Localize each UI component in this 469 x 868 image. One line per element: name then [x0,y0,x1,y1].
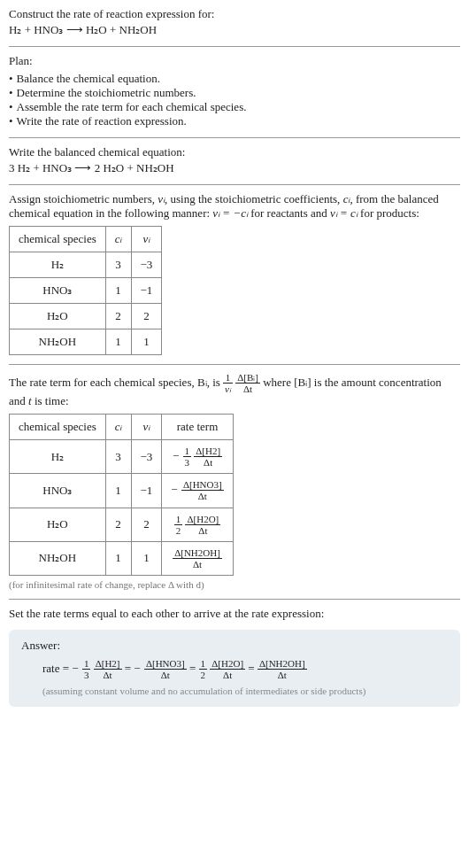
assign-frag: , using the stoichiometric coefficients, [165,192,343,205]
frac-den: Δt [173,559,222,570]
c-cell: 1 [105,329,131,355]
plan-item: •Determine the stoichiometric numbers. [9,86,460,100]
plan-item: •Balance the chemical equation. [9,72,460,86]
sign: − [134,662,140,675]
plan-text: Assemble the rate term for each chemical… [17,100,247,114]
col-header: νᵢ [131,415,162,440]
frac-den: 2 [174,525,183,536]
bi-symbol: Bᵢ [197,376,207,389]
fraction: Δ[H2O]Δt [185,514,220,536]
col-header-text: cᵢ [115,232,122,245]
fraction: 13 [183,446,192,468]
frac-den: Δt [94,670,122,680]
answer-label: Answer: [21,639,448,653]
table-row: H₂O22 [10,304,162,329]
plan-item: •Assemble the rate term for each chemica… [9,100,460,114]
c-cell: 3 [105,440,131,474]
frac-den: Δt [194,457,222,468]
frac-den: Δt [144,670,187,680]
frac-num: 1 [174,514,183,525]
rt-frag: , is [207,376,223,389]
equals: = [189,662,196,675]
eq-arrow: ⟶ [66,23,83,36]
rate-label: rate = [42,662,69,675]
divider [9,364,460,365]
col-header-text: νᵢ [143,420,150,433]
species-cell: NH₂OH [10,541,106,575]
equals: = [248,662,254,675]
assign-frag: for products: [358,206,419,220]
c-cell: 2 [105,304,131,329]
relation: νᵢ = cᵢ [330,206,358,220]
table-footnote: (for infinitesimal rate of change, repla… [9,579,460,590]
bullet-icon: • [9,72,13,86]
relation: νᵢ = −cᵢ [212,206,248,220]
rate-cell: 12 Δ[H2O]Δt [162,508,233,541]
answer-box: Answer: rate = − 13 Δ[H2]Δt = − Δ[HNO3]Δ… [9,630,460,707]
table-row: NH₂OH11 [10,329,162,355]
nu-symbol: νᵢ [158,192,165,205]
plan-heading: Plan: [9,54,460,68]
frac-num: 1 [199,658,208,670]
plan-text: Write the rate of reaction expression. [17,114,187,128]
intro-title: Construct the rate of reaction expressio… [9,7,460,21]
balanced-equation: 3 H₂ + HNO₃ ⟶ 2 H₂O + NH₂OH [9,161,460,175]
rateterm-section: The rate term for each chemical species,… [9,372,460,590]
nu-cell: 2 [131,304,162,329]
balanced-heading: Write the balanced chemical equation: [9,145,460,159]
nu-cell: −3 [131,252,162,278]
frac-den: Δt [181,491,224,501]
intro-section: Construct the rate of reaction expressio… [9,7,460,37]
intro-equation: H₂ + HNO₃ ⟶ H₂O + NH₂OH [9,23,460,37]
fraction: 12 [199,658,208,680]
rt-frag: The rate term for each chemical species, [9,376,197,389]
species-cell: H₂O [10,304,106,329]
sign: − [173,449,179,462]
col-header: chemical species [10,415,106,440]
nu-cell: −1 [131,278,162,304]
plan-item: •Write the rate of reaction expression. [9,114,460,128]
eq-rhs: H₂O + NH₂OH [86,23,157,36]
fraction: Δ[NH2OH]Δt [173,547,222,570]
frac-den: Δt [185,525,220,536]
assign-text: Assign stoichiometric numbers, νᵢ, using… [9,192,460,221]
c-cell: 3 [105,252,131,278]
table-row: HNO₃1−1 [10,278,162,304]
col-header-text: νᵢ [143,232,150,245]
nu-cell: −3 [131,440,162,474]
c-cell: 2 [105,508,131,541]
col-header: cᵢ [105,415,131,440]
final-section: Set the rate terms equal to each other t… [9,607,460,621]
species-cell: H₂ [10,252,106,278]
nu-cell: 1 [131,541,162,575]
plan-text: Determine the stoichiometric numbers. [17,86,196,100]
c-cell: 1 [105,541,131,575]
frac-num: Δ[H2O] [210,658,245,670]
plan-section: Plan: •Balance the chemical equation. •D… [9,54,460,128]
col-header: νᵢ [131,227,162,252]
table-row: H₂O 2 2 12 Δ[H2O]Δt [10,508,234,541]
answer-note: (assuming constant volume and no accumul… [42,686,448,696]
frac-num: Δ[H2O] [185,514,220,525]
bullet-icon: • [9,86,13,100]
equals: = [125,662,131,675]
frac-num: Δ[NH2OH] [258,658,307,670]
assign-section: Assign stoichiometric numbers, νᵢ, using… [9,192,460,355]
answer-expression: rate = − 13 Δ[H2]Δt = − Δ[HNO3]Δt = 12 Δ… [42,658,448,680]
c-cell: 1 [105,474,131,508]
frac-num: Δ[HNO3] [181,479,224,491]
rt-frag: where [263,376,294,389]
assign-frag: Assign stoichiometric numbers, [9,192,158,205]
nu-cell: −1 [131,474,162,508]
divider [9,46,460,47]
frac-num: Δ[H2] [194,446,222,457]
frac-den: Δt [235,384,260,394]
frac-den: 2 [199,670,208,680]
frac-num: 1 [82,658,91,670]
plan-list: •Balance the chemical equation. •Determi… [9,72,460,128]
final-heading: Set the rate terms equal to each other t… [9,607,460,621]
rate-cell: Δ[NH2OH]Δt [162,541,233,575]
divider [9,184,460,185]
frac-num: 1 [223,372,233,384]
frac-den: 3 [183,457,192,468]
